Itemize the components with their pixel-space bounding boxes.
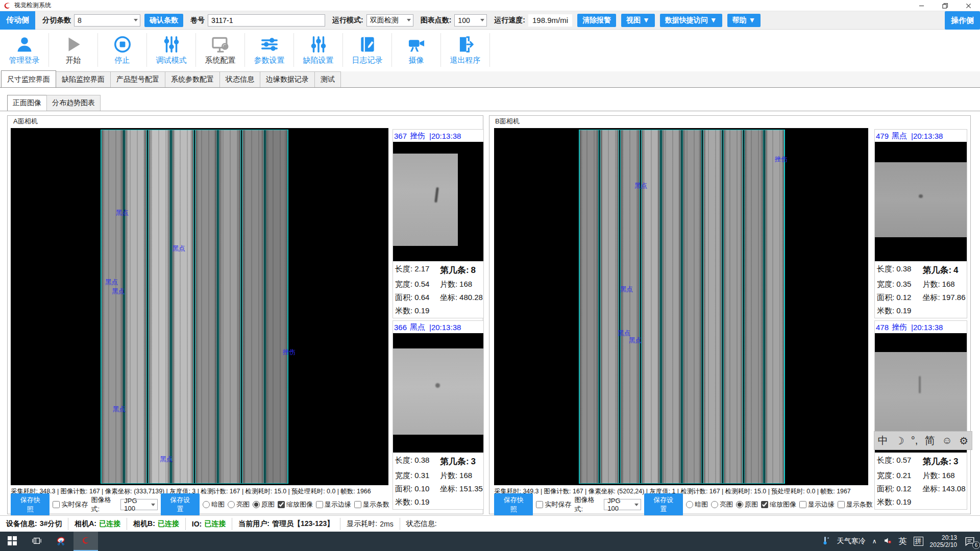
image-format-select[interactable]: JPG 100: [604, 499, 641, 510]
save-settings-button[interactable]: 保存设置: [644, 493, 683, 516]
defect-time: |20:13:38: [911, 132, 943, 140]
dark-image-radio[interactable]: 暗图: [686, 500, 708, 509]
data-quick-access-menu-button[interactable]: 数据快捷访问 ▼: [660, 14, 722, 27]
log-record-button[interactable]: 日志记录: [343, 33, 392, 67]
capture-button[interactable]: 摄像: [392, 33, 441, 67]
roll-number-input[interactable]: [208, 14, 325, 27]
clear-alarm-button[interactable]: 清除报警: [577, 14, 616, 27]
start-button[interactable]: 开始: [49, 33, 98, 67]
camera-a-stats: 采集耗时: 348.3 | 图像计数: 167 | 像素坐标: (333,713…: [11, 487, 389, 496]
ime-halfmoon-icon[interactable]: ☽: [895, 435, 904, 447]
defect-area: 0.12: [896, 293, 911, 302]
show-edge-checkbox[interactable]: 显示边缘: [316, 500, 351, 509]
task-view-button[interactable]: [24, 532, 49, 551]
camera-b-stats: 采集耗时: 349.3 | 图像计数: 167 | 像素坐标: (5202,24…: [494, 487, 873, 496]
confirm-count-button[interactable]: 确认条数: [144, 14, 183, 27]
tab-system-params-config[interactable]: 系统参数配置: [165, 71, 220, 87]
save-settings-button[interactable]: 保存设置: [161, 493, 200, 516]
realtime-save-checkbox[interactable]: 实时保存: [536, 500, 571, 509]
save-snapshot-button[interactable]: 保存快照: [11, 493, 50, 516]
snipping-tool-button[interactable]: [49, 532, 74, 551]
original-image-radio[interactable]: 原图: [736, 500, 758, 509]
bright-image-radio[interactable]: 亮图: [711, 500, 733, 509]
chart-points-select[interactable]: 100: [454, 14, 487, 27]
defect-length: 0.38: [414, 456, 429, 464]
zoom-image-checkbox[interactable]: 缩放图像: [278, 500, 313, 509]
tab-status-info[interactable]: 状态信息: [219, 71, 260, 87]
chevron-down-icon: [480, 19, 484, 21]
exit-program-button[interactable]: 退出程序: [441, 33, 490, 67]
original-image-radio[interactable]: 原图: [253, 500, 275, 509]
bright-image-radio[interactable]: 亮图: [228, 500, 250, 509]
defect-strip-no: 8: [471, 265, 476, 275]
status-bar: 设备信息:3#分切 相机A:已连接 相机B:已连接 IO:已连接 当前用户:管理…: [0, 515, 980, 532]
operator-side-button[interactable]: 操作侧: [945, 11, 980, 30]
debug-mode-button[interactable]: 调试模式: [147, 33, 196, 67]
run-mode-select[interactable]: 双面检测: [366, 14, 413, 27]
windows-taskbar: 天气寒冷 ∧ 英 拼 20:13 2025/2/10 6: [0, 532, 980, 551]
ime-settings-gear-icon[interactable]: ⚙: [959, 435, 968, 447]
defect-card[interactable]: 367 挫伤 |20:13:38 长度:2.17 第几条:8 宽度:0.54 片…: [393, 129, 484, 318]
start-button[interactable]: [0, 532, 24, 551]
subtab-front-image[interactable]: 正面图像: [7, 95, 47, 111]
minimize-button[interactable]: [910, 0, 933, 11]
admin-login-button[interactable]: 管理登录: [0, 33, 49, 67]
camera-a-image: 黑点黑点黑点黑点挫伤黑点黑点: [11, 128, 388, 485]
tab-test[interactable]: 测试: [314, 71, 341, 87]
help-menu-button[interactable]: 帮助 ▼: [727, 14, 761, 27]
ime-pinyin-indicator[interactable]: 拼: [914, 537, 923, 546]
defect-card[interactable]: 478 挫伤 |20:13:38 长度:0.57 第几条:3 宽度:0.21 片…: [874, 320, 967, 510]
stop-button[interactable]: 停止: [98, 33, 147, 67]
defect-type: 挫伤: [410, 131, 425, 141]
ime-chinese-mode[interactable]: 中: [878, 434, 888, 447]
realtime-save-checkbox[interactable]: 实时保存: [53, 500, 88, 509]
defect-thumbnail[interactable]: [875, 142, 967, 261]
close-button[interactable]: [957, 0, 980, 11]
transmission-side-button[interactable]: 传动侧: [0, 11, 35, 30]
system-config-button[interactable]: 系统配置: [196, 33, 245, 67]
notification-center-button[interactable]: 6: [964, 536, 977, 547]
defect-meters: 0.19: [414, 306, 429, 315]
defect-card[interactable]: 479 黑点 |20:13:38 长度:0.38 第几条:4 宽度:0.35 片…: [874, 129, 967, 318]
show-strips-checkbox[interactable]: 显示条数: [838, 500, 873, 509]
tab-size-monitor[interactable]: 尺寸监控界面: [1, 70, 56, 87]
taskbar-clock[interactable]: 20:13 2025/2/10: [930, 534, 957, 548]
dark-image-radio[interactable]: 暗图: [203, 500, 225, 509]
defect-width: 0.54: [414, 280, 429, 288]
tab-defect-monitor[interactable]: 缺陷监控界面: [56, 71, 111, 87]
params-settings-button[interactable]: 参数设置: [245, 33, 294, 67]
defect-pieces: 168: [459, 471, 472, 480]
slit-count-select[interactable]: 8: [74, 14, 140, 27]
defect-card[interactable]: 366 黑点 |20:13:38 长度:0.38 第几条:3 宽度:0.31 片…: [393, 320, 484, 510]
io-connection-status: 已连接: [204, 519, 226, 529]
ime-punctuation-icon[interactable]: °,: [911, 435, 918, 446]
view-menu-button[interactable]: 视图 ▼: [621, 14, 655, 27]
defect-image-label: 黑点: [160, 455, 173, 464]
subtab-distribution-trend-chart[interactable]: 分布趋势图表: [46, 95, 101, 111]
tab-product-model-config[interactable]: 产品型号配置: [110, 71, 165, 87]
chevron-down-icon: [634, 504, 639, 506]
ime-simplified-mode[interactable]: 简: [925, 434, 935, 447]
defect-id: 366: [394, 323, 407, 332]
save-snapshot-button[interactable]: 保存快照: [494, 493, 533, 516]
material-strip: [242, 130, 264, 483]
speaker-muted-icon[interactable]: [884, 536, 892, 546]
show-strips-checkbox[interactable]: 显示条数: [354, 500, 389, 509]
material-strip: [744, 130, 764, 483]
show-edge-checkbox[interactable]: 显示边缘: [799, 500, 835, 509]
zoom-image-checkbox[interactable]: 缩放图像: [761, 500, 796, 509]
weather-status-text[interactable]: 天气寒冷: [837, 537, 866, 546]
defect-settings-button[interactable]: 缺陷设置: [294, 33, 343, 67]
material-strip: [172, 130, 194, 483]
hidden-icons-chevron[interactable]: ∧: [872, 538, 877, 545]
tab-edge-data-record[interactable]: 边缘数据记录: [260, 71, 315, 87]
defect-thumbnail[interactable]: [393, 333, 483, 453]
windows-logo-icon: [8, 536, 17, 547]
defect-type: 挫伤: [892, 322, 907, 332]
defect-thumbnail[interactable]: [393, 142, 483, 261]
vision-app-taskbar-button[interactable]: [74, 532, 98, 551]
language-indicator[interactable]: 英: [899, 536, 907, 547]
ime-emoji-icon[interactable]: ☺: [942, 435, 952, 446]
restore-button[interactable]: [933, 0, 957, 11]
image-format-select[interactable]: JPG 100: [120, 499, 157, 510]
